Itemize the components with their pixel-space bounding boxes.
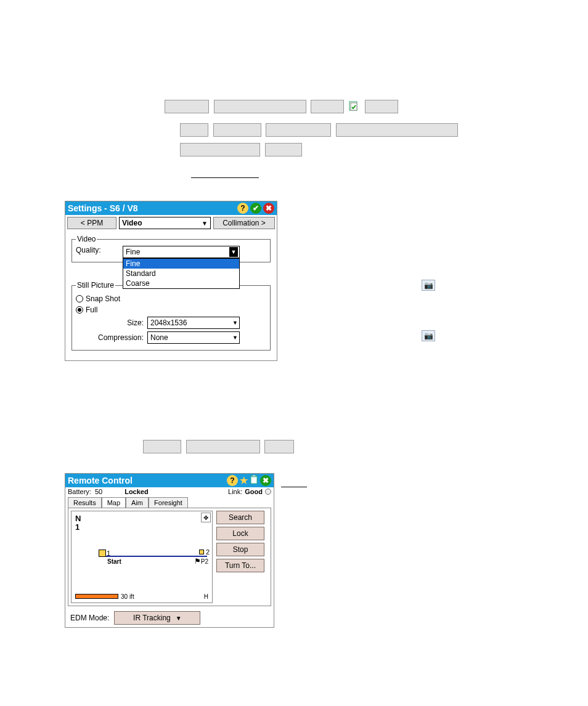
toolbar-btn-e[interactable]	[180, 123, 208, 137]
svg-rect-3	[252, 475, 256, 477]
quality-value: Fine	[126, 248, 140, 256]
edm-label: EDM Mode:	[70, 614, 109, 622]
chevron-down-icon: ▼	[176, 615, 182, 622]
radio-snapshot-row[interactable]: Snap Shot	[76, 294, 266, 303]
toolbar-row-1	[163, 99, 399, 115]
ok-icon[interactable]: ✔	[250, 203, 261, 214]
star-icon[interactable]: ★	[240, 475, 248, 486]
settings-panel: Settings - S6 / V8 ? ✔ ✖ < PPM Video ▼ C…	[65, 201, 277, 361]
edm-mode-select[interactable]: IR Tracking ▼	[114, 611, 200, 625]
toolbar-row-3	[179, 142, 303, 158]
chevron-down-icon: ▼	[229, 247, 238, 257]
link-value: Good	[245, 488, 263, 495]
size-select[interactable]: 2048x1536 ▼	[147, 317, 240, 329]
still-picture-fieldset: Still Picture Snap Shot Full Size: 2048x…	[71, 281, 271, 351]
nav-select-value: Video	[122, 219, 142, 227]
help-icon[interactable]: ?	[227, 475, 238, 486]
toolbar-btn-c[interactable]	[311, 100, 344, 113]
compression-label: Compression:	[76, 333, 144, 342]
map-line	[102, 556, 207, 557]
radio-full[interactable]	[76, 306, 83, 314]
close-icon[interactable]: ✖	[263, 203, 274, 214]
nav-prev-button[interactable]: < PPM	[67, 217, 116, 229]
tripod-icon: ⚑P2	[194, 557, 208, 566]
camera-icon: 📷	[424, 281, 433, 290]
clipboard-icon[interactable]	[250, 475, 258, 487]
rc-top-btn-row	[142, 439, 295, 455]
chevron-down-icon: ▼	[232, 335, 238, 341]
rc-titlebar: Remote Control ? ★ ✖	[65, 474, 274, 487]
quality-option-fine[interactable]: Fine	[123, 259, 239, 269]
underline-1	[191, 172, 259, 182]
compression-value: None	[150, 333, 168, 342]
camera-icon-1[interactable]: 📷	[422, 280, 435, 291]
toolbar-btn-i[interactable]	[180, 143, 260, 156]
toolbar-btn-d[interactable]	[365, 100, 398, 113]
turn-to-button[interactable]: Turn To...	[216, 559, 264, 572]
tab-results[interactable]: Results	[68, 497, 102, 508]
quality-option-standard[interactable]: Standard	[123, 269, 239, 278]
search-button[interactable]: Search	[216, 511, 264, 524]
quality-option-coarse[interactable]: Coarse	[123, 278, 239, 288]
quality-dropdown: Fine Standard Coarse	[123, 258, 240, 289]
help-icon[interactable]: ?	[237, 203, 248, 214]
toolbar-btn-h[interactable]	[336, 123, 458, 137]
remote-control-panel: Remote Control ? ★ ✖ Battery:50 Locked L…	[65, 473, 274, 628]
still-legend: Still Picture	[76, 281, 115, 290]
svg-rect-1	[351, 103, 357, 110]
size-value: 2048x1536	[150, 319, 187, 327]
tab-aim[interactable]: Aim	[126, 497, 149, 508]
map-point-1[interactable]: 1	[99, 550, 110, 557]
rc-top-btn-a[interactable]	[143, 440, 181, 453]
camera-icon: 📷	[424, 331, 433, 340]
compression-select[interactable]: None ▼	[147, 331, 240, 344]
map-point-2[interactable]: 2	[199, 548, 210, 556]
size-label: Size:	[76, 319, 144, 327]
camera-icon-2[interactable]: 📷	[422, 330, 435, 341]
one-label: 1	[75, 522, 80, 532]
edm-row: EDM Mode: IR Tracking ▼	[65, 609, 274, 627]
radio-snapshot-label: Snap Shot	[86, 294, 120, 303]
quality-label: Quality:	[76, 246, 119, 254]
toolbar-btn-g[interactable]	[266, 123, 331, 137]
scale-bar	[75, 594, 118, 599]
chevron-down-icon: ▼	[202, 220, 208, 227]
toolbar-btn-j[interactable]	[265, 143, 302, 156]
video-fieldset: Video Quality: Fine ▼ Fine Standard Coar…	[71, 235, 271, 262]
toolbar-btn-a[interactable]	[165, 100, 209, 113]
toolbar-btn-b[interactable]	[214, 100, 306, 113]
chevron-down-icon: ▼	[232, 320, 238, 326]
tab-map[interactable]: Map	[102, 497, 126, 508]
toolbar-row-2	[179, 122, 459, 138]
radio-full-label: Full	[86, 306, 97, 314]
marker-icon	[99, 550, 106, 557]
map-view[interactable]: N 1 ✥ 1 Start 2 ⚑P2 30 ift H	[71, 511, 213, 603]
rc-tabs: Results Map Aim Foresight	[68, 497, 271, 508]
link-indicator-icon	[265, 489, 271, 495]
rc-button-column: Search Lock Stop Turn To...	[216, 511, 264, 603]
battery-value: 50	[95, 488, 102, 495]
rc-title: Remote Control	[68, 476, 133, 485]
marker-icon	[199, 550, 204, 554]
p1-num: 1	[107, 550, 110, 557]
video-legend: Video	[76, 235, 97, 243]
tab-foresight[interactable]: Foresight	[149, 497, 188, 508]
quality-select[interactable]: Fine ▼	[123, 246, 240, 258]
pan-icon[interactable]: ✥	[201, 513, 211, 522]
nav-next-button[interactable]: Collimation >	[213, 217, 275, 229]
scale-text: 30 ift	[121, 593, 134, 600]
rc-top-btn-b[interactable]	[186, 440, 260, 453]
close-icon[interactable]: ✖	[260, 475, 271, 486]
p1-label: Start	[107, 558, 121, 565]
p2-label: P2	[201, 558, 208, 565]
toolbar-btn-f[interactable]	[213, 123, 261, 137]
radio-snapshot[interactable]	[76, 295, 83, 302]
nav-select[interactable]: Video ▼	[119, 217, 211, 229]
checklist-icon	[349, 101, 360, 112]
h-label: H	[204, 593, 208, 600]
settings-titlebar: Settings - S6 / V8 ? ✔ ✖	[65, 201, 277, 215]
radio-full-row[interactable]: Full	[76, 306, 266, 314]
rc-top-btn-c[interactable]	[264, 440, 294, 453]
stop-button[interactable]: Stop	[216, 543, 264, 556]
lock-button[interactable]: Lock	[216, 527, 264, 540]
